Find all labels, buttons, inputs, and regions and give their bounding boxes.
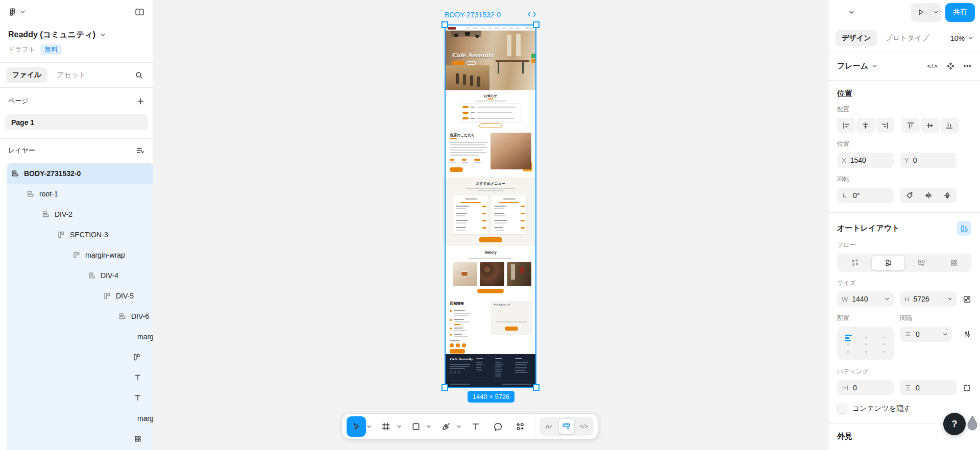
flow-horizontal-button[interactable] (905, 255, 938, 270)
flip-vertical-button[interactable] (938, 188, 957, 203)
layer-row[interactable]: SECTION-3 (0, 224, 153, 245)
align-right-button[interactable] (876, 118, 894, 133)
pen-tool-menu[interactable] (455, 416, 462, 437)
bottom-toolbar: </> (342, 413, 598, 439)
vertical-padding-field[interactable]: 0 (900, 380, 957, 395)
rotation-label: 回転 (837, 175, 971, 184)
height-field[interactable]: H 5726 (900, 291, 957, 307)
file-status-row: ドラフト 無料 (8, 44, 62, 55)
gap-field[interactable]: 0 (900, 327, 952, 342)
preview-social-icon (462, 343, 466, 347)
layer-row[interactable]: margin-wrap (0, 408, 153, 429)
individual-padding-icon[interactable] (963, 384, 971, 392)
shape-tool-menu[interactable] (426, 416, 432, 437)
layer-row[interactable]: DIV-2 (0, 204, 153, 224)
layer-row[interactable] (0, 367, 153, 388)
present-options-chevron[interactable] (930, 3, 941, 22)
layer-row[interactable]: DIV-6 (0, 306, 153, 327)
flow-vertical-button[interactable] (871, 255, 905, 270)
align-top-button[interactable] (901, 118, 920, 133)
move-tool-button[interactable] (347, 416, 366, 437)
layer-row[interactable] (0, 388, 153, 408)
move-tool-menu[interactable] (366, 416, 373, 437)
preview-news-button (479, 123, 502, 128)
preview-about-section: 当店のこだわり (446, 129, 535, 177)
figma-logo-icon (8, 8, 17, 16)
width-label: W (842, 295, 848, 303)
layer-list-options-icon[interactable] (136, 146, 144, 155)
tab-prototype[interactable]: プロトタイプ (879, 30, 935, 46)
selection-handle-bottom-left[interactable] (442, 384, 448, 391)
canvas[interactable]: BODY-2731532-0 (153, 0, 828, 450)
play-icon[interactable] (911, 3, 930, 22)
page-item[interactable]: Page 1 (5, 114, 148, 130)
measure-select-mode-button[interactable] (558, 418, 575, 434)
pen-tool-button[interactable] (436, 416, 456, 437)
tab-files[interactable]: ファイル (6, 67, 47, 83)
width-field[interactable]: W 1440 (837, 291, 894, 307)
preview-social-icon (456, 343, 460, 347)
toggle-sidebar-button[interactable] (135, 8, 144, 16)
dev-code-mode-button[interactable]: </> (576, 418, 592, 434)
resize-constraints-icon[interactable] (963, 295, 971, 304)
autolayout-settings-icon[interactable] (957, 221, 971, 236)
selection-handle-top-right[interactable] (533, 21, 540, 28)
x-position-field[interactable]: X 1540 (837, 153, 894, 168)
selected-frame[interactable]: Café Serenity お知らせ (445, 24, 536, 388)
text-tool-button[interactable] (467, 416, 486, 437)
add-page-button[interactable] (137, 97, 144, 105)
sidebar-tabs: ファイル アセット (0, 63, 153, 87)
align-vertical-center-button[interactable] (921, 118, 939, 133)
layer-row[interactable] (0, 347, 153, 367)
shape-tool-button[interactable] (406, 416, 426, 437)
flip-horizontal-button[interactable] (919, 188, 938, 203)
align-bottom-button[interactable] (940, 118, 959, 133)
frame-code-icon[interactable] (527, 11, 536, 18)
clip-content-checkbox[interactable] (837, 404, 847, 414)
selection-handle-bottom-right[interactable] (533, 384, 540, 391)
y-label: Y (904, 157, 909, 164)
ink-droplet-icon[interactable] (966, 415, 978, 431)
help-button[interactable]: ? (943, 413, 966, 435)
layer-row[interactable]: DIV-4 (0, 265, 153, 286)
layer-row[interactable]: margin-wrap (0, 245, 153, 265)
align-left-button[interactable] (837, 118, 855, 133)
file-name-menu[interactable]: Readdy (コミュニティ) (8, 30, 105, 40)
tab-design[interactable]: デザイン (836, 30, 877, 46)
collaborators-menu[interactable] (849, 10, 854, 15)
copy-code-icon[interactable]: </> (927, 62, 938, 70)
flow-freeform-button[interactable] (839, 255, 871, 270)
search-icon[interactable] (135, 71, 143, 80)
layer-row[interactable]: BODY-2731532-0 (0, 163, 153, 184)
zoom-level-value: 10% (950, 34, 965, 42)
actions-tool-button[interactable] (511, 416, 530, 437)
y-position-field[interactable]: Y 0 (900, 153, 957, 168)
rotation-field[interactable]: 0° (837, 188, 894, 203)
layer-row[interactable]: DIV-5 (0, 286, 153, 306)
spacing-settings-icon[interactable] (963, 330, 971, 338)
more-options-icon[interactable]: ••• (964, 62, 971, 70)
plan-badge[interactable]: 無料 (40, 44, 62, 55)
draw-mode-button[interactable] (541, 418, 557, 434)
layer-row[interactable]: margin-wrap (0, 327, 153, 347)
autolayout-alignment-grid[interactable] (837, 327, 894, 360)
create-component-icon[interactable] (946, 62, 955, 70)
layer-row[interactable]: root-1 (0, 184, 153, 204)
layer-row[interactable] (0, 429, 153, 449)
frame-tool-menu[interactable] (396, 416, 402, 437)
frame-name-label[interactable]: BODY-2731532-0 (445, 11, 501, 19)
frame-tool-button[interactable] (377, 416, 396, 437)
horizontal-padding-field[interactable]: 0 (837, 380, 894, 395)
website-preview: Café Serenity お知らせ (446, 26, 535, 387)
zoom-level-dropdown[interactable]: 10% (950, 34, 973, 42)
comment-tool-button[interactable] (488, 416, 508, 437)
selection-handle-top-left[interactable] (442, 21, 448, 28)
align-horizontal-center-button[interactable] (856, 118, 875, 133)
divider (0, 138, 153, 139)
main-menu-button[interactable] (8, 8, 25, 16)
tab-assets[interactable]: アセット (51, 67, 92, 83)
flow-grid-button[interactable] (938, 255, 970, 270)
chevron-down-icon[interactable] (872, 64, 877, 68)
rotate-90-button[interactable] (900, 188, 919, 203)
share-button[interactable]: 共有 (945, 3, 975, 22)
